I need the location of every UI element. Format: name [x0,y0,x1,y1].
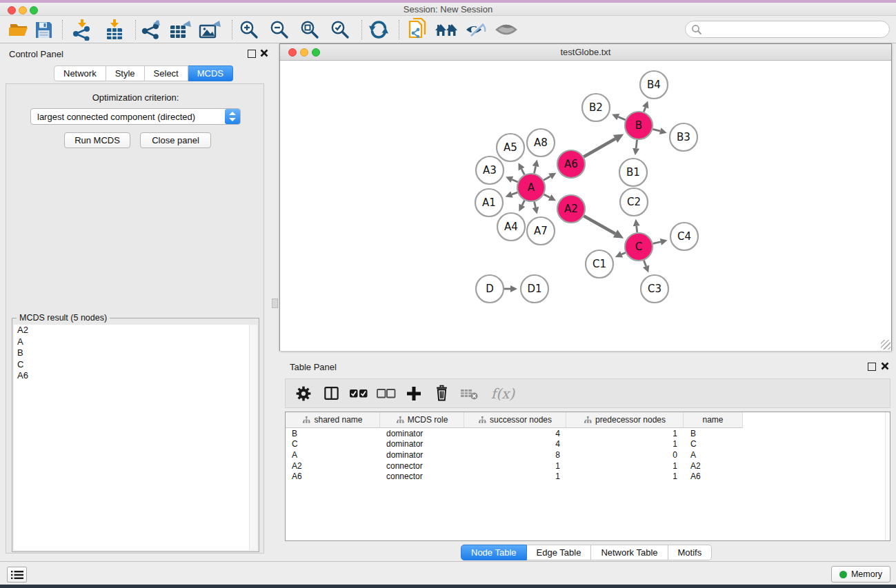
show-graphics-button[interactable] [494,18,519,41]
zoom-in-button[interactable] [237,18,261,41]
result-item[interactable]: B [14,347,257,359]
network-graph-canvas[interactable]: B4B2BB3B1A5A8A6A3AA1A2C2A4A7C4CC1C3DD1 [280,61,891,351]
graph-node-label: A1 [482,196,496,209]
tab-mcds[interactable]: MCDS [188,65,233,81]
table-row[interactable]: Adominator80A [286,449,890,460]
plus-icon [406,385,422,402]
table-cell: dominator [380,439,464,449]
hide-style-button[interactable] [464,18,488,41]
tab-select[interactable]: Select [145,65,188,81]
graph-edge[interactable] [584,139,615,156]
delete-column-button[interactable] [428,381,455,406]
table-cell: 1 [566,461,684,471]
graph-edge[interactable] [618,117,625,120]
result-item[interactable]: A6 [14,370,257,382]
criterion-dropdown[interactable]: largest connected component (directed) [30,108,241,125]
column-header-name[interactable]: name [684,412,743,428]
graph-edge[interactable] [584,216,615,234]
search-field[interactable] [685,21,890,38]
graph-edge[interactable] [522,201,525,205]
clone-network-icon [406,18,428,41]
result-scrollbar[interactable] [249,325,257,550]
mcds-result-list[interactable]: A2 A B C A6 [14,325,257,550]
graph-edge[interactable] [637,226,637,232]
export-image-button[interactable] [197,18,222,41]
graph-edge[interactable] [512,179,517,181]
result-item[interactable]: A2 [14,325,257,336]
tab-style[interactable]: Style [106,65,145,81]
select-all-button[interactable] [345,381,372,406]
open-session-button[interactable] [6,18,31,41]
clone-network-button[interactable] [405,18,430,41]
close-panel-icon[interactable] [259,48,269,58]
column-header-successor-nodes[interactable]: successor nodes [464,412,566,428]
table-row[interactable]: Bdominator41B [286,428,890,439]
graph-edge[interactable] [653,129,660,131]
table-row[interactable]: A6connector11A6 [286,471,890,482]
graph-edge[interactable] [653,242,660,244]
graph-edge[interactable] [535,201,536,207]
memory-button[interactable]: Memory [831,566,890,582]
show-columns-button[interactable] [317,381,345,406]
graph-edge[interactable] [644,261,646,267]
float-panel-button[interactable] [248,50,256,58]
network-window-titlebar[interactable]: testGlobe.txt [280,44,891,61]
table-row[interactable]: Cdominator41C [286,439,890,450]
tab-motifs[interactable]: Motifs [668,545,713,560]
graph-edge[interactable] [534,166,535,173]
function-builder-button[interactable]: f(x) [483,381,520,406]
table-settings-button[interactable] [290,381,317,406]
table-body: Bdominator41BCdominator41CAdominator80AA… [286,428,890,482]
result-item[interactable]: C [14,359,257,371]
delete-table-button[interactable] [455,381,483,406]
graph-edge[interactable] [544,194,550,198]
zoom-selected-icon [330,19,350,40]
table-scrollbar[interactable] [885,412,890,540]
graph-node-label: C [635,241,642,253]
column-header-predecessor-nodes[interactable]: predecessor nodes [566,412,684,428]
gear-icon [295,385,312,403]
import-network-button[interactable] [70,18,94,41]
result-item[interactable]: A [14,336,257,348]
float-table-panel-button[interactable] [868,363,876,371]
table-row[interactable]: A2connector11A2 [286,460,890,472]
zoom-out-button[interactable] [267,18,292,41]
column-header-mcds-role[interactable]: MCDS role [380,412,464,428]
graph-edge[interactable] [644,108,645,112]
close-table-panel-icon[interactable] [880,361,890,371]
column-header-shared-name[interactable]: shared name [286,412,380,428]
window-resize-grip[interactable] [881,340,890,349]
graph-edge[interactable] [521,169,524,174]
edge-arrowhead [633,219,640,226]
tab-network[interactable]: Network [54,65,106,81]
import-table-button[interactable] [102,18,127,41]
application-window: Session: New Session [0,0,896,588]
search-input[interactable] [702,23,889,37]
tab-node-table[interactable]: Node Table [461,545,527,560]
export-network-button[interactable] [139,18,163,41]
deselect-all-button[interactable] [372,381,400,406]
tab-edge-table[interactable]: Edge Table [527,545,592,560]
run-mcds-button[interactable]: Run MCDS [64,132,130,148]
graph-edge[interactable] [636,140,637,148]
panel-splitter-handle[interactable] [272,298,278,308]
save-session-button[interactable] [31,18,56,41]
zoom-fit-button[interactable] [297,18,322,41]
zoom-selected-button[interactable] [328,18,352,41]
graph-edge[interactable] [621,252,626,254]
graph-edge[interactable] [544,176,550,181]
create-column-button[interactable] [400,381,428,406]
graph-node-label: D1 [527,283,541,295]
tab-network-table[interactable]: Network Table [591,545,668,560]
close-panel-button[interactable]: Close panel [140,132,211,148]
export-image-icon [198,19,221,41]
refresh-button[interactable] [366,18,391,41]
export-table-button[interactable] [168,18,192,41]
graph-edge[interactable] [512,192,517,194]
home-view-button[interactable] [434,18,459,41]
graph-node-label: D [486,283,494,295]
network-view-window: testGlobe.txt B4B2BB3B1A5A8A6A3AA1A2C2A4… [279,43,892,351]
checked-boxes-icon [349,389,368,398]
task-history-button[interactable] [7,567,27,582]
function-icon: f(x) [488,385,515,402]
